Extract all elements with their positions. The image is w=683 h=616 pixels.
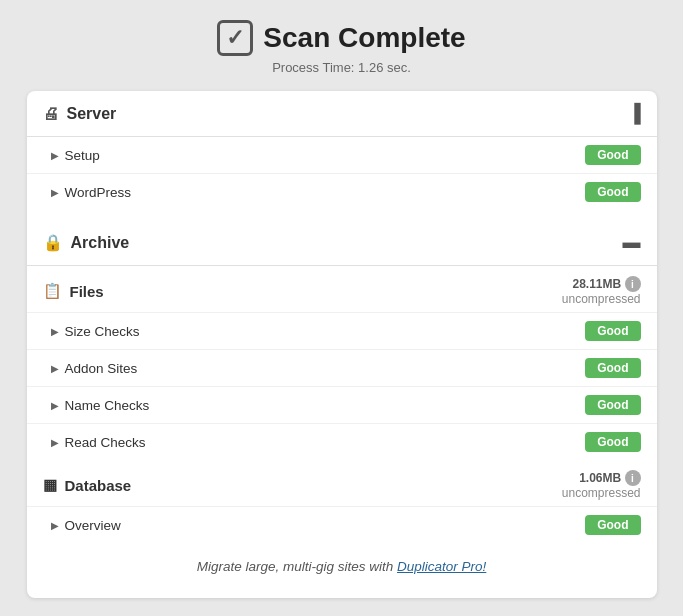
files-size-value: 28.11MB xyxy=(572,277,621,291)
table-row: ▶ WordPress Good xyxy=(27,174,657,210)
files-info-icon[interactable]: i xyxy=(625,276,641,292)
row-arrow-icon: ▶ xyxy=(51,326,59,337)
row-arrow-icon: ▶ xyxy=(51,520,59,531)
duplicator-pro-link[interactable]: Duplicator Pro! xyxy=(397,559,486,574)
status-badge: Good xyxy=(585,182,640,202)
status-badge: Good xyxy=(585,358,640,378)
archive-collapse-icon[interactable]: ▬ xyxy=(623,232,641,253)
page-title: Scan Complete xyxy=(263,22,465,54)
row-arrow-icon: ▶ xyxy=(51,363,59,374)
server-rows: ▶ Setup Good ▶ WordPress Good xyxy=(27,137,657,210)
database-subsection-header: ▦ Database 1.06MB i uncompressed xyxy=(27,460,657,507)
table-row: ▶ Size Checks Good xyxy=(27,313,657,350)
server-section-header: 🖨 Server ▐ xyxy=(27,91,657,137)
files-subsection-header: 📋 Files 28.11MB i uncompressed xyxy=(27,266,657,313)
status-badge: Good xyxy=(585,395,640,415)
db-info-icon[interactable]: i xyxy=(625,470,641,486)
archive-title: 🔒 Archive xyxy=(43,233,130,252)
table-row: ▶ Overview Good xyxy=(27,507,657,543)
table-row: ▶ Name Checks Good xyxy=(27,387,657,424)
main-card: 🖨 Server ▐ ▶ Setup Good ▶ WordPress Good… xyxy=(27,91,657,598)
table-row: ▶ Setup Good xyxy=(27,137,657,174)
files-icon: 📋 xyxy=(43,282,62,300)
scan-complete-header: Scan Complete Process Time: 1.26 sec. xyxy=(217,20,465,75)
check-icon xyxy=(217,20,253,56)
server-collapse-icon[interactable]: ▐ xyxy=(628,103,641,124)
db-size-value: 1.06MB xyxy=(579,471,621,485)
server-title: 🖨 Server xyxy=(43,105,117,123)
archive-section-header: 🔒 Archive ▬ xyxy=(27,220,657,266)
status-badge: Good xyxy=(585,145,640,165)
row-arrow-icon: ▶ xyxy=(51,400,59,411)
row-arrow-icon: ▶ xyxy=(51,150,59,161)
status-badge: Good xyxy=(585,515,640,535)
archive-icon: 🔒 xyxy=(43,233,63,252)
files-size-label: uncompressed xyxy=(562,292,641,306)
process-time: Process Time: 1.26 sec. xyxy=(217,60,465,75)
server-icon: 🖨 xyxy=(43,105,59,123)
database-rows: ▶ Overview Good xyxy=(27,507,657,543)
database-icon: ▦ xyxy=(43,476,57,494)
status-badge: Good xyxy=(585,432,640,452)
status-badge: Good xyxy=(585,321,640,341)
table-row: ▶ Read Checks Good xyxy=(27,424,657,460)
row-arrow-icon: ▶ xyxy=(51,437,59,448)
migrate-promo: Migrate large, multi-gig sites with Dupl… xyxy=(27,543,657,578)
db-size-label: uncompressed xyxy=(562,486,641,500)
files-rows: ▶ Size Checks Good ▶ Addon Sites Good ▶ … xyxy=(27,313,657,460)
table-row: ▶ Addon Sites Good xyxy=(27,350,657,387)
row-arrow-icon: ▶ xyxy=(51,187,59,198)
